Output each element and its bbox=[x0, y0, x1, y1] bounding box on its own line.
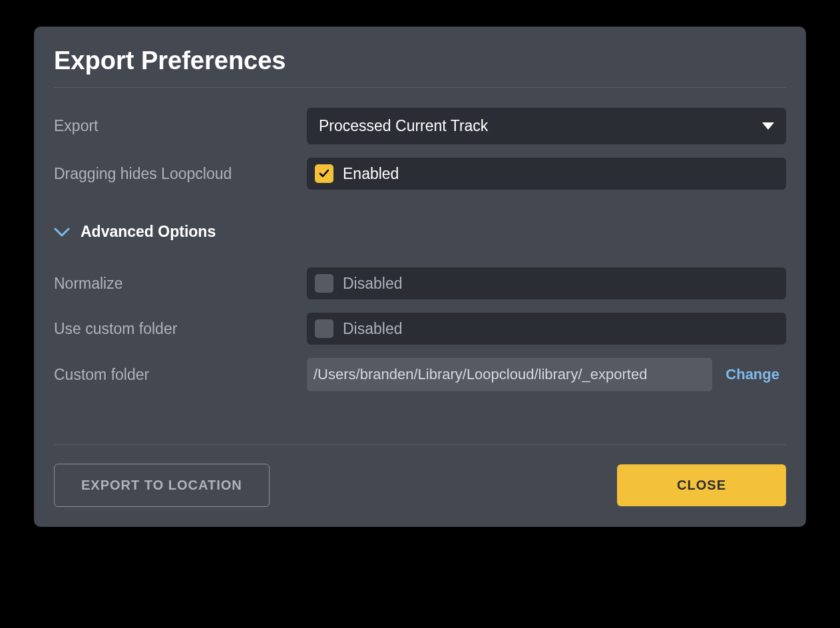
normalize-row: Normalize Disabled bbox=[54, 267, 786, 299]
export-select-value: Processed Current Track bbox=[319, 117, 488, 135]
chevron-down-icon bbox=[54, 228, 70, 237]
use-custom-folder-status: Disabled bbox=[343, 320, 403, 338]
chevron-down-icon bbox=[762, 122, 774, 130]
export-select[interactable]: Processed Current Track bbox=[307, 108, 786, 144]
divider bbox=[54, 87, 786, 88]
use-custom-folder-label: Use custom folder bbox=[54, 320, 307, 338]
use-custom-folder-checkbox[interactable] bbox=[315, 319, 333, 338]
check-icon bbox=[319, 168, 329, 179]
dialog-footer: EXPORT TO LOCATION CLOSE bbox=[54, 444, 786, 507]
advanced-options-title: Advanced Options bbox=[81, 223, 216, 241]
use-custom-folder-checkbox-container: Disabled bbox=[307, 313, 786, 345]
normalize-checkbox[interactable] bbox=[315, 274, 333, 293]
export-label: Export bbox=[54, 117, 307, 135]
dragging-row: Dragging hides Loopcloud Enabled bbox=[54, 158, 786, 190]
dialog-title: Export Preferences bbox=[54, 47, 786, 75]
dragging-label: Dragging hides Loopcloud bbox=[54, 165, 307, 183]
close-button[interactable]: CLOSE bbox=[617, 464, 786, 506]
export-to-location-button[interactable]: EXPORT TO LOCATION bbox=[54, 464, 270, 507]
export-row: Export Processed Current Track bbox=[54, 108, 786, 144]
custom-folder-row: Custom folder /Users/branden/Library/Loo… bbox=[54, 358, 786, 391]
normalize-status: Disabled bbox=[343, 275, 403, 293]
dragging-status: Enabled bbox=[343, 165, 399, 183]
custom-folder-path[interactable]: /Users/branden/Library/Loopcloud/library… bbox=[307, 358, 712, 391]
dragging-checkbox[interactable] bbox=[315, 164, 333, 183]
export-preferences-dialog: Export Preferences Export Processed Curr… bbox=[34, 27, 806, 527]
normalize-checkbox-container: Disabled bbox=[307, 267, 786, 299]
advanced-options-toggle[interactable]: Advanced Options bbox=[54, 223, 786, 241]
custom-folder-label: Custom folder bbox=[54, 366, 307, 384]
normalize-label: Normalize bbox=[54, 275, 307, 293]
dragging-checkbox-container: Enabled bbox=[307, 158, 786, 190]
use-custom-folder-row: Use custom folder Disabled bbox=[54, 313, 786, 345]
change-folder-link[interactable]: Change bbox=[726, 366, 786, 383]
